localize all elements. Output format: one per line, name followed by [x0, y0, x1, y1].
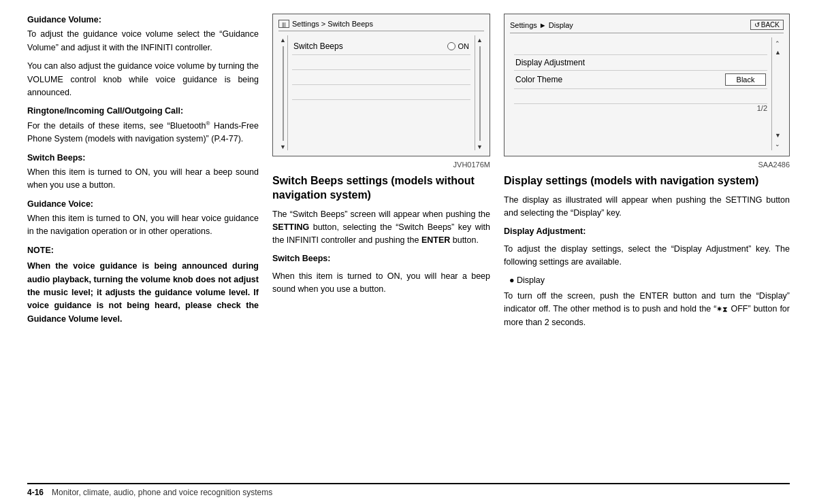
right-para3: To turn off the screen, push the ENTER b… — [504, 290, 790, 329]
switch-beeps-row: Switch Beeps ON — [292, 38, 470, 55]
scroll-top-group: ⌃ ▲ — [775, 40, 781, 56]
toggle-circle — [447, 42, 455, 50]
scroll-right: ▲ ▼ — [475, 35, 484, 150]
right-screen-title: Settings ► Display — [510, 21, 573, 29]
mid-section-title: Switch Beeps settings (models without na… — [272, 174, 490, 203]
mid-section-body: The “Switch Beeps” screen will appear wh… — [272, 208, 490, 297]
scroll-left: ▲ ▼ — [278, 35, 288, 150]
left-column: Guidance Volume: To adjust the guidance … — [27, 14, 259, 479]
right-main: Display Adjustment Color Theme Black 1/2 — [510, 37, 771, 150]
scroll-right-up: ▲ — [477, 37, 483, 44]
screen-caption-mid: JVH0176M — [272, 161, 490, 169]
scroll-down: ▼ — [775, 132, 781, 139]
screen-title: Settings > Switch Beeps — [292, 20, 373, 28]
bold-setting: SETTING — [272, 222, 309, 232]
page: Guidance Volume: To adjust the guidance … — [0, 0, 817, 504]
back-arrow: ↺ — [754, 21, 760, 29]
right-section-body: The display as illustrated will appear w… — [504, 194, 790, 329]
right-title-bar: Settings ► Display ↺ BACK — [510, 20, 784, 33]
mid-text-section: Switch Beeps settings (models without na… — [272, 174, 490, 301]
switch-beeps-p: When this item is turned to ON, you will… — [27, 166, 259, 192]
right-screen-content: Display Adjustment Color Theme Black 1/2 — [510, 37, 784, 150]
display-adjustment-label: Display Adjustment — [515, 58, 766, 67]
mid-sub-heading: Switch Beeps: — [272, 254, 330, 263]
note-heading: NOTE: — [27, 244, 259, 257]
guidance-voice-heading: Guidance Voice: — [27, 198, 259, 211]
guidance-volume-p1: To adjust the guidance voice volume sele… — [27, 28, 259, 54]
toggle: ON — [447, 42, 470, 50]
right-text-section: Display settings (models with navigation… — [504, 174, 790, 334]
guidance-voice-p: When this item is turned to ON, you will… — [27, 212, 259, 239]
ringtone-p: For the details of these items, see “Blu… — [27, 120, 259, 146]
display-screen: Settings ► Display ↺ BACK Display Adjust… — [504, 14, 790, 156]
color-theme-row: Color Theme Black — [514, 71, 767, 89]
screen-main: Switch Beeps ON — [288, 35, 475, 150]
right-bullet: ● Display — [509, 274, 790, 287]
content-area: Guidance Volume: To adjust the guidance … — [27, 14, 790, 479]
ringtone-heading: Ringtone/Incoming Call/Outgoing Call: — [27, 105, 259, 118]
back-label: BACK — [761, 21, 780, 29]
right-screen-caption: SAA2486 — [504, 161, 790, 169]
mid-para2: When this item is turned to ON, you will… — [272, 270, 490, 297]
color-theme-value: Black — [725, 73, 766, 86]
scroll-top-top: ⌃ — [775, 40, 780, 47]
color-theme-label: Color Theme — [515, 75, 725, 84]
mid-para1: The “Switch Beeps” screen will appear wh… — [272, 208, 490, 248]
back-button[interactable]: ↺ BACK — [750, 20, 784, 30]
right-column: Settings ► Display ↺ BACK Display Adjust… — [504, 14, 790, 479]
screen-icon-label: ||| — [282, 22, 285, 27]
footer-page: 4-16 — [27, 488, 44, 497]
scroll-up-arrow: ▲ — [280, 37, 286, 44]
empty-row-3 — [292, 85, 470, 100]
bold-enter: ENTER — [421, 235, 450, 245]
middle-column: ||| Settings > Switch Beeps ▲ ▼ Switch B — [272, 14, 490, 479]
right-para1: The display as illustrated will appear w… — [504, 194, 790, 220]
bullet-label: Display — [517, 275, 545, 285]
switch-beeps-screen: ||| Settings > Switch Beeps ▲ ▼ Switch B — [272, 14, 490, 156]
empty-row-1 — [292, 55, 470, 70]
right-screen-page: 1/2 — [514, 104, 767, 112]
footer-text: Monitor, climate, audio, phone and voice… — [52, 488, 272, 497]
footer: 4-16 Monitor, climate, audio, phone and … — [27, 483, 790, 497]
screen-icon: ||| — [278, 20, 289, 28]
toggle-on-label: ON — [458, 42, 470, 50]
right-para2: To adjust the display settings, select t… — [504, 243, 790, 269]
right-empty-row-2 — [514, 89, 767, 104]
guidance-volume-p2: You can also adjust the guidance voice v… — [27, 60, 259, 99]
right-empty-row-1 — [514, 40, 767, 55]
scroll-bottom-bottom: ⌄ — [775, 141, 780, 148]
switch-beeps-heading: Switch Beeps: — [27, 152, 259, 165]
note-body: When the voice guidance is being announc… — [27, 260, 259, 326]
right-section-title: Display settings (models with navigation… — [504, 174, 790, 188]
guidance-volume-heading: Guidance Volume: — [27, 14, 259, 27]
scroll-up: ▲ — [775, 49, 781, 56]
display-adjustment-row: Display Adjustment — [514, 55, 767, 71]
scroll-down-arrow: ▼ — [280, 144, 286, 150]
scroll-right-down: ▼ — [477, 144, 483, 150]
right-sub-heading: Display Adjustment: — [504, 226, 586, 236]
right-scroll: ⌃ ▲ ▼ ⌄ — [771, 37, 784, 150]
switch-beeps-label: Switch Beeps — [293, 41, 447, 51]
scroll-bottom-group: ▼ ⌄ — [775, 132, 781, 148]
screen-content: ▲ ▼ Switch Beeps ON — [278, 35, 484, 150]
screen-title-bar: ||| Settings > Switch Beeps — [278, 20, 484, 31]
empty-row-2 — [292, 70, 470, 85]
